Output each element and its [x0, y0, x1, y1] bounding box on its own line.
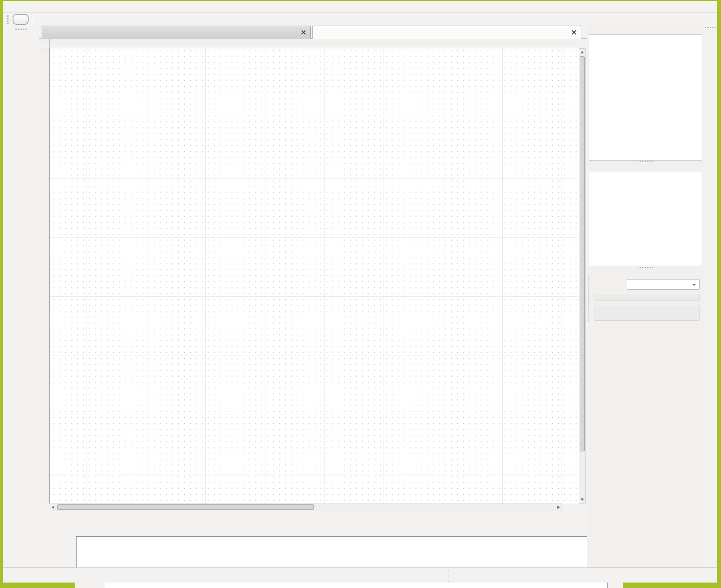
mdi-area — [39, 25, 587, 567]
librecad-doc-icon — [45, 29, 53, 36]
menu-bar — [3, 1, 717, 13]
layer-list-panel — [587, 161, 704, 266]
drawing-canvas[interactable] — [50, 48, 579, 504]
horizontal-scrollbar[interactable] — [50, 504, 562, 511]
float-panel-icon[interactable] — [689, 269, 695, 275]
dock-toggle-strip — [705, 26, 717, 567]
polar-coordinates-widget — [121, 568, 243, 583]
palette-drag-handle[interactable] — [15, 29, 27, 30]
toolbar-grip[interactable] — [7, 15, 9, 24]
tab-untitled[interactable] — [42, 26, 311, 39]
tab-bar — [39, 25, 587, 39]
command-input[interactable] — [105, 582, 608, 588]
select-tool-button[interactable] — [13, 14, 29, 25]
scroll-down-icon[interactable] — [581, 498, 584, 501]
mouse-hint-widget — [243, 568, 448, 583]
detach-command-icon[interactable] — [610, 583, 617, 588]
document-area — [39, 39, 587, 511]
vertical-scrollbar-handle[interactable] — [580, 56, 585, 451]
close-panel-icon[interactable] — [697, 26, 703, 32]
mouse-icon — [344, 570, 350, 581]
status-bar — [3, 567, 717, 583]
tool-palette — [3, 26, 39, 567]
horizontal-scrollbar-handle[interactable] — [57, 504, 314, 510]
tab-dno-10mm[interactable] — [312, 26, 581, 39]
scroll-up-icon[interactable] — [581, 51, 584, 53]
chevron-down-icon — [692, 284, 696, 286]
horizontal-ruler — [50, 39, 579, 48]
close-panel-icon[interactable] — [697, 269, 703, 275]
tab-close-icon[interactable] — [300, 29, 307, 36]
float-panel-icon[interactable] — [689, 26, 695, 32]
selection-combobox[interactable] — [627, 279, 700, 290]
vertical-scrollbar[interactable] — [579, 48, 586, 504]
scroll-right-icon[interactable] — [557, 506, 560, 509]
cad-drawing — [50, 48, 579, 504]
close-panel-icon[interactable] — [697, 164, 703, 170]
scroll-left-icon[interactable] — [52, 506, 54, 509]
tab-close-icon[interactable] — [571, 29, 578, 36]
general-properties-group — [594, 294, 700, 301]
block-list-panel — [587, 25, 704, 161]
float-panel-icon[interactable] — [689, 164, 695, 170]
coordinates-widget — [3, 568, 121, 583]
librecad-window — [3, 1, 717, 583]
specific-properties-group — [594, 305, 700, 321]
selection-status-widget — [448, 568, 717, 583]
right-dock — [587, 25, 704, 567]
ruler-corner — [39, 39, 50, 48]
librecad-doc-icon — [316, 29, 323, 36]
strip-drag-handle[interactable] — [705, 27, 719, 28]
property-editor-panel — [587, 267, 704, 321]
top-toolbar — [3, 13, 717, 26]
vertical-ruler — [39, 48, 50, 504]
toolbar-separator — [33, 15, 33, 24]
